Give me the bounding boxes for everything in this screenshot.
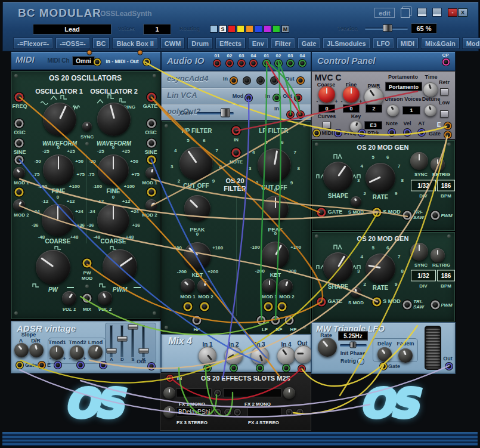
mvc-pwr-value[interactable]: 2 [366, 104, 382, 113]
modgen1-rate-knob[interactable]: 23456789 [366, 163, 395, 193]
fx3-jack2[interactable] [226, 410, 230, 415]
hp-mod1-jack[interactable] [185, 304, 191, 310]
fx2-display[interactable] [223, 388, 281, 397]
mix-out-jack[interactable] [300, 367, 304, 371]
midi-in-jack[interactable] [95, 60, 100, 64]
portamento-value[interactable]: Portamento [385, 82, 422, 91]
linvca-in-jack[interactable] [275, 96, 279, 100]
hp-peak-knob[interactable]: 0 [184, 195, 210, 221]
lfo-fadein-knob[interactable] [398, 348, 413, 363]
osc2-mod2-jack[interactable] [149, 190, 154, 195]
modgen1-bpm-value[interactable]: 186 [437, 180, 455, 191]
osc1-mod2-jack[interactable] [17, 190, 22, 195]
osc2-mod2-knob[interactable] [145, 199, 157, 211]
toolbar-bc[interactable]: BC [92, 38, 110, 49]
modgen1-div-value[interactable]: 1/32 [411, 180, 436, 191]
routing-color-square[interactable] [255, 25, 262, 33]
toolbar-filter[interactable]: Filter [271, 38, 295, 49]
modgen2-sync-knob[interactable] [410, 243, 428, 261]
osc1-mod1-knob[interactable] [13, 167, 25, 179]
modgen2-retrig-knob[interactable] [431, 248, 445, 262]
modgen2-smod-jack[interactable] [374, 299, 380, 305]
mvc-freq-jack[interactable] [336, 131, 340, 135]
osc2-pwm-knob[interactable] [103, 249, 137, 284]
unison-value[interactable]: 1 [402, 106, 420, 115]
osc2-sine-jack[interactable] [149, 141, 154, 146]
mix-in2-jack[interactable] [232, 366, 236, 370]
toolbar-mixgain[interactable]: Mix&Gain [421, 38, 460, 49]
modgen2-pwm-jack[interactable] [433, 302, 438, 308]
modgen1-sync-knob[interactable] [410, 152, 428, 170]
osc1-pw-knob[interactable] [36, 250, 70, 285]
hp-mod2-jack[interactable] [202, 304, 208, 310]
fx-in-jack[interactable] [168, 376, 172, 381]
lp-out-hp-jack[interactable] [287, 318, 292, 323]
modgen1-smod-jack[interactable] [374, 210, 380, 215]
adsr-d-thumb[interactable] [117, 336, 128, 342]
fx1-out-jack[interactable] [216, 391, 220, 396]
midi-top-jack2-icon[interactable] [138, 51, 143, 55]
adsr-mod1-jack[interactable] [56, 363, 60, 367]
hp-cutoff-knob[interactable]: 23456789 [179, 147, 213, 180]
fx4-jack1[interactable] [287, 410, 292, 415]
adsr-a-knob[interactable] [14, 343, 29, 357]
esync-out-jack[interactable] [299, 79, 303, 83]
adsr-tmod1-knob[interactable] [49, 345, 64, 360]
routing-letter-S[interactable]: S [219, 25, 227, 33]
lp-out-lp-jack[interactable] [259, 318, 264, 323]
modgen2-rate-knob[interactable]: 23456789 [366, 254, 395, 283]
audio-out2-jack[interactable] [277, 61, 281, 66]
modgen2-div-value[interactable]: 1/32 [411, 270, 436, 282]
adsr-gate-jack[interactable] [18, 363, 22, 367]
routing-color-square[interactable] [228, 25, 236, 33]
osc2-osc-jack[interactable] [149, 121, 154, 126]
mvc-pwr-knob[interactable] [364, 87, 383, 106]
fx4-jack2[interactable] [298, 410, 302, 415]
audio-in1-jack[interactable] [215, 61, 219, 66]
minimize-button[interactable]: - [448, 8, 457, 17]
mvc-fine-value[interactable]: 0 [343, 104, 360, 113]
toolbar-oss[interactable]: -=OSS=- [55, 38, 89, 49]
midi-top-jack-icon[interactable] [88, 51, 92, 55]
adsr-dr-knob[interactable] [29, 343, 44, 357]
osc1-freq-jack[interactable] [17, 95, 22, 100]
filter-in-jack[interactable] [234, 128, 239, 134]
lfo-init-phase-thumb[interactable] [350, 342, 357, 348]
mix-in1-jack[interactable] [206, 366, 210, 370]
mix-in3-jack[interactable] [258, 366, 262, 370]
adsr-out-jack[interactable] [150, 364, 154, 369]
mvc-at-jack[interactable] [420, 131, 424, 135]
lp-kbt-knob[interactable]: -200-1000+100+200 [262, 242, 289, 269]
mix-out-knob[interactable] [295, 345, 312, 363]
mvc-coarse-value[interactable]: 0 [318, 104, 335, 113]
routing-letter-M[interactable]: M [281, 25, 289, 33]
esync-jack3[interactable] [259, 79, 263, 83]
low-button[interactable] [440, 110, 448, 118]
adsr-a-thumb[interactable] [107, 348, 117, 354]
modgen1-pwm-jack[interactable] [433, 213, 438, 218]
osc1-fine-knob[interactable]: -100-75-50-250+25+50+75+100 [43, 155, 74, 186]
esync-jack2[interactable] [245, 79, 249, 83]
polyout-in1-jack[interactable] [289, 113, 293, 117]
preset-select[interactable]: Lead [33, 24, 112, 35]
audio-in3-jack[interactable] [240, 61, 244, 66]
lp-mod1-knob[interactable] [262, 279, 277, 293]
toolbar-modifier[interactable]: Modifier [462, 38, 480, 49]
adsr-s-thumb[interactable] [128, 325, 138, 330]
modgen2-trisaw-jack[interactable] [405, 302, 410, 308]
osc1-waveform-knob[interactable] [43, 103, 76, 136]
audio-out4-jack[interactable] [301, 61, 305, 66]
lp-mod2-jack[interactable] [280, 304, 285, 310]
osc1-mod1-jack[interactable] [17, 157, 22, 163]
fx1-knob[interactable] [163, 387, 175, 399]
fx3-jack1[interactable] [216, 410, 220, 415]
toolbar-gate[interactable]: Gate [298, 38, 320, 49]
routing-color-square[interactable] [246, 25, 253, 33]
esync-in-jack[interactable] [232, 79, 236, 83]
lp-out-bp-jack[interactable] [273, 318, 278, 323]
modgen2-gate-jack[interactable] [319, 299, 324, 305]
mvc-e-jack[interactable] [446, 124, 450, 128]
pw-mod-switch[interactable] [85, 285, 89, 288]
detune-knob[interactable] [425, 104, 436, 116]
modgen2-smod-knob[interactable] [351, 287, 361, 298]
